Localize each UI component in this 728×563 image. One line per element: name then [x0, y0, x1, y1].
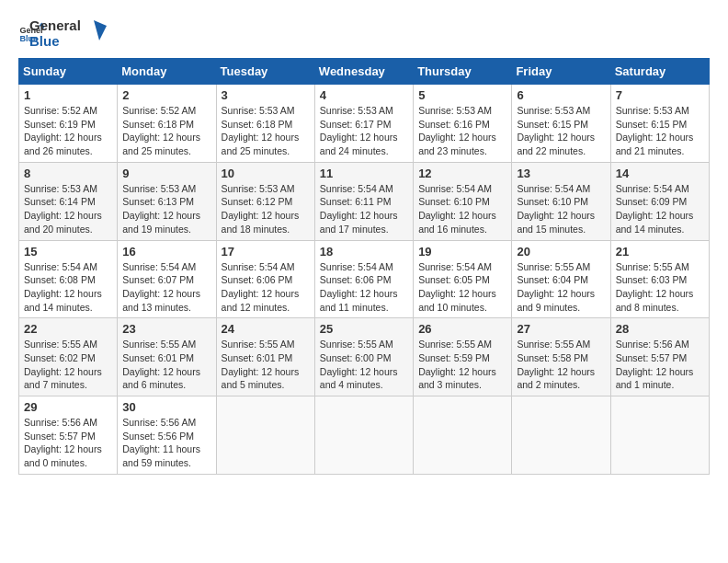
- calendar-cell: 29 Sunrise: 5:56 AM Sunset: 5:57 PM Dayl…: [19, 396, 118, 475]
- day-number: 8: [24, 167, 112, 180]
- day-info: Sunrise: 5:54 AM Sunset: 6:10 PM Dayligh…: [418, 182, 506, 236]
- svg-marker-4: [94, 20, 107, 40]
- day-number: 28: [616, 322, 704, 336]
- day-info: Sunrise: 5:54 AM Sunset: 6:09 PM Dayligh…: [616, 182, 704, 236]
- day-number: 23: [122, 322, 210, 336]
- calendar-cell: 20 Sunrise: 5:55 AM Sunset: 6:04 PM Dayl…: [512, 240, 610, 318]
- calendar-cell: 5 Sunrise: 5:53 AM Sunset: 6:16 PM Dayli…: [414, 85, 512, 163]
- day-number: 18: [320, 245, 408, 259]
- page-header: General Blue General Blue: [18, 18, 710, 49]
- day-number: 11: [320, 167, 408, 180]
- calendar-cell: 1 Sunrise: 5:52 AM Sunset: 6:19 PM Dayli…: [19, 85, 118, 163]
- day-number: 24: [222, 322, 310, 336]
- day-info: Sunrise: 5:55 AM Sunset: 5:58 PM Dayligh…: [517, 338, 605, 392]
- weekday-header: Friday: [512, 59, 610, 85]
- day-info: Sunrise: 5:52 AM Sunset: 6:18 PM Dayligh…: [122, 104, 210, 158]
- day-number: 4: [320, 88, 408, 102]
- calendar-cell: 8 Sunrise: 5:53 AM Sunset: 6:14 PM Dayli…: [19, 162, 118, 240]
- calendar-cell: 15 Sunrise: 5:54 AM Sunset: 6:08 PM Dayl…: [19, 240, 118, 318]
- day-info: Sunrise: 5:55 AM Sunset: 5:59 PM Dayligh…: [418, 338, 506, 392]
- day-number: 1: [24, 88, 112, 102]
- weekday-header: Sunday: [19, 59, 118, 85]
- day-number: 15: [24, 245, 112, 259]
- calendar-cell: 24 Sunrise: 5:55 AM Sunset: 6:01 PM Dayl…: [216, 318, 314, 396]
- logo: General Blue General Blue: [18, 18, 107, 49]
- day-number: 3: [222, 88, 310, 102]
- calendar-cell: 14 Sunrise: 5:54 AM Sunset: 6:09 PM Dayl…: [610, 162, 709, 240]
- day-info: Sunrise: 5:55 AM Sunset: 6:01 PM Dayligh…: [122, 338, 210, 392]
- calendar-cell: [314, 396, 413, 475]
- calendar-cell: 18 Sunrise: 5:54 AM Sunset: 6:06 PM Dayl…: [314, 240, 413, 318]
- day-info: Sunrise: 5:54 AM Sunset: 6:10 PM Dayligh…: [517, 182, 605, 236]
- calendar-week-row: 22 Sunrise: 5:55 AM Sunset: 6:02 PM Dayl…: [19, 318, 710, 396]
- day-info: Sunrise: 5:53 AM Sunset: 6:16 PM Dayligh…: [418, 104, 506, 158]
- day-info: Sunrise: 5:53 AM Sunset: 6:15 PM Dayligh…: [517, 104, 605, 158]
- day-info: Sunrise: 5:54 AM Sunset: 6:11 PM Dayligh…: [320, 182, 408, 236]
- day-info: Sunrise: 5:54 AM Sunset: 6:05 PM Dayligh…: [418, 260, 506, 315]
- logo-blue: Blue: [29, 34, 81, 50]
- day-number: 16: [122, 245, 210, 259]
- day-info: Sunrise: 5:53 AM Sunset: 6:18 PM Dayligh…: [222, 104, 310, 158]
- day-number: 2: [122, 88, 210, 102]
- calendar-week-row: 15 Sunrise: 5:54 AM Sunset: 6:08 PM Dayl…: [19, 240, 710, 318]
- calendar-cell: 25 Sunrise: 5:55 AM Sunset: 6:00 PM Dayl…: [314, 318, 413, 396]
- day-info: Sunrise: 5:54 AM Sunset: 6:06 PM Dayligh…: [222, 260, 310, 315]
- weekday-header: Tuesday: [216, 59, 314, 85]
- weekday-header: Monday: [118, 59, 216, 85]
- calendar-cell: 22 Sunrise: 5:55 AM Sunset: 6:02 PM Dayl…: [19, 318, 118, 396]
- day-number: 9: [122, 167, 210, 180]
- logo-arrow-icon: [86, 20, 107, 40]
- calendar-week-row: 8 Sunrise: 5:53 AM Sunset: 6:14 PM Dayli…: [19, 162, 710, 240]
- day-info: Sunrise: 5:54 AM Sunset: 6:06 PM Dayligh…: [320, 260, 408, 315]
- calendar-cell: [610, 396, 709, 475]
- day-info: Sunrise: 5:52 AM Sunset: 6:19 PM Dayligh…: [24, 104, 112, 158]
- day-number: 26: [418, 322, 506, 336]
- day-number: 21: [616, 245, 704, 259]
- calendar-cell: [216, 396, 314, 475]
- day-number: 19: [418, 245, 506, 259]
- day-number: 30: [122, 400, 210, 414]
- day-number: 22: [24, 322, 112, 336]
- calendar-week-row: 1 Sunrise: 5:52 AM Sunset: 6:19 PM Dayli…: [19, 85, 710, 163]
- day-number: 13: [517, 167, 605, 180]
- weekday-header: Thursday: [414, 59, 512, 85]
- day-info: Sunrise: 5:56 AM Sunset: 5:57 PM Dayligh…: [616, 338, 704, 392]
- day-number: 12: [418, 167, 506, 180]
- day-info: Sunrise: 5:55 AM Sunset: 6:00 PM Dayligh…: [320, 338, 408, 392]
- day-number: 7: [616, 88, 704, 102]
- day-info: Sunrise: 5:53 AM Sunset: 6:13 PM Dayligh…: [122, 182, 210, 236]
- day-info: Sunrise: 5:55 AM Sunset: 6:04 PM Dayligh…: [517, 260, 605, 315]
- weekday-header: Wednesday: [314, 59, 413, 85]
- day-number: 14: [616, 167, 704, 180]
- day-info: Sunrise: 5:54 AM Sunset: 6:08 PM Dayligh…: [24, 260, 112, 315]
- day-info: Sunrise: 5:55 AM Sunset: 6:01 PM Dayligh…: [222, 338, 310, 392]
- calendar-cell: 26 Sunrise: 5:55 AM Sunset: 5:59 PM Dayl…: [414, 318, 512, 396]
- day-number: 29: [24, 400, 112, 414]
- calendar-header-row: SundayMondayTuesdayWednesdayThursdayFrid…: [19, 59, 710, 85]
- weekday-header: Saturday: [610, 59, 709, 85]
- calendar-cell: [512, 396, 610, 475]
- calendar-cell: 21 Sunrise: 5:55 AM Sunset: 6:03 PM Dayl…: [610, 240, 709, 318]
- calendar-cell: 13 Sunrise: 5:54 AM Sunset: 6:10 PM Dayl…: [512, 162, 610, 240]
- calendar-cell: 12 Sunrise: 5:54 AM Sunset: 6:10 PM Dayl…: [414, 162, 512, 240]
- calendar-cell: 7 Sunrise: 5:53 AM Sunset: 6:15 PM Dayli…: [610, 85, 709, 163]
- day-info: Sunrise: 5:56 AM Sunset: 5:56 PM Dayligh…: [122, 416, 210, 470]
- day-info: Sunrise: 5:53 AM Sunset: 6:17 PM Dayligh…: [320, 104, 408, 158]
- day-info: Sunrise: 5:53 AM Sunset: 6:12 PM Dayligh…: [222, 182, 310, 236]
- calendar-cell: 4 Sunrise: 5:53 AM Sunset: 6:17 PM Dayli…: [314, 85, 413, 163]
- calendar-cell: 17 Sunrise: 5:54 AM Sunset: 6:06 PM Dayl…: [216, 240, 314, 318]
- calendar-cell: 3 Sunrise: 5:53 AM Sunset: 6:18 PM Dayli…: [216, 85, 314, 163]
- day-number: 20: [517, 245, 605, 259]
- calendar-cell: 2 Sunrise: 5:52 AM Sunset: 6:18 PM Dayli…: [118, 85, 216, 163]
- calendar-cell: 10 Sunrise: 5:53 AM Sunset: 6:12 PM Dayl…: [216, 162, 314, 240]
- day-number: 10: [222, 167, 310, 180]
- day-number: 6: [517, 88, 605, 102]
- day-info: Sunrise: 5:55 AM Sunset: 6:02 PM Dayligh…: [24, 338, 112, 392]
- calendar-cell: 27 Sunrise: 5:55 AM Sunset: 5:58 PM Dayl…: [512, 318, 610, 396]
- day-info: Sunrise: 5:55 AM Sunset: 6:03 PM Dayligh…: [616, 260, 704, 315]
- calendar-week-row: 29 Sunrise: 5:56 AM Sunset: 5:57 PM Dayl…: [19, 396, 710, 475]
- day-number: 5: [418, 88, 506, 102]
- calendar-cell: 9 Sunrise: 5:53 AM Sunset: 6:13 PM Dayli…: [118, 162, 216, 240]
- logo-general: General: [29, 18, 81, 34]
- calendar-cell: 19 Sunrise: 5:54 AM Sunset: 6:05 PM Dayl…: [414, 240, 512, 318]
